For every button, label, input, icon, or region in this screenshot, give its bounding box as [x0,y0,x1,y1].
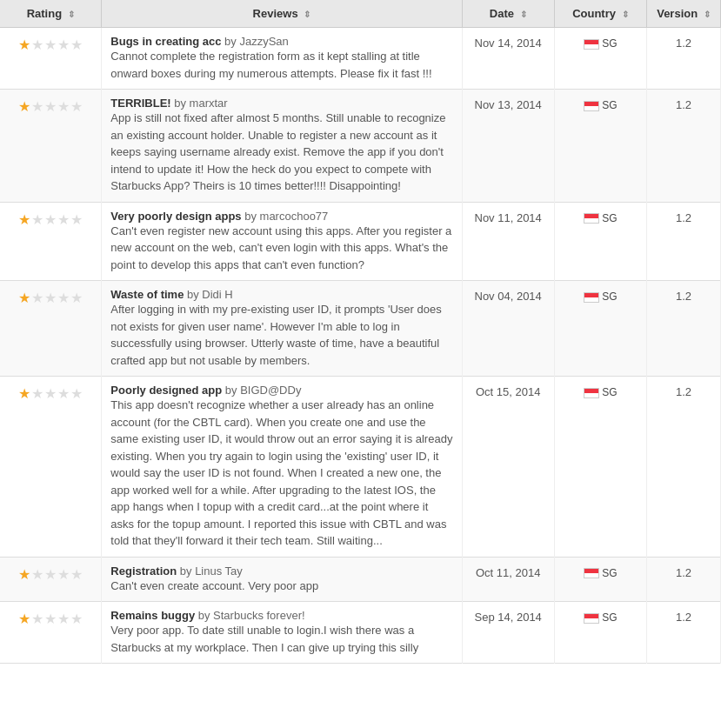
rating-cell: ★★★★★ [0,28,102,90]
flag-icon [584,613,599,624]
country-label: SG [602,37,617,50]
review-author: by BIGD@DDy [225,384,302,397]
review-body: After logging in with my pre-existing us… [110,301,452,369]
version-cell: 1.2 [646,602,720,664]
star-empty: ★ [31,290,43,306]
star-empty: ★ [31,37,43,53]
flag-icon [584,388,599,398]
date-cell: Oct 15, 2014 [462,377,554,558]
rating-cell: ★★★★★ [0,557,102,602]
rating-cell: ★★★★★ [0,602,102,664]
review-title: Remains buggy by Starbucks forever! [110,609,304,622]
table-row: ★★★★★ TERRIBLE! by marxtarApp is still n… [0,90,721,203]
version-cell: 1.2 [646,377,720,558]
version-cell: 1.2 [646,90,720,203]
reviews-column-header[interactable]: Reviews ⇕ [102,0,462,28]
review-title: Waste of time by Didi H [110,288,232,301]
star-empty: ★ [57,98,70,115]
star-empty: ★ [70,611,83,627]
review-author: by JazzySan [224,35,289,48]
flag-icon [584,213,599,224]
table-row: ★★★★★ Bugs in creating acc by JazzySanCa… [0,28,721,90]
review-author: by Starbucks forever! [198,609,305,622]
rating-sort-icon: ⇕ [68,10,75,19]
rating-cell: ★★★★★ [0,281,102,377]
reviews-cell: Bugs in creating acc by JazzySanCannot c… [102,28,462,90]
date-cell: Nov 11, 2014 [462,202,554,281]
date-cell: Oct 11, 2014 [462,557,554,602]
review-title: TERRIBLE! by marxtar [110,97,227,110]
review-body: Cannot complete the registration form as… [110,48,452,82]
review-author: by Linus Tay [180,564,243,578]
country-column-header[interactable]: Country ⇕ [554,0,646,28]
table-row: ★★★★★ Waste of time by Didi HAfter loggi… [0,281,721,377]
star-empty: ★ [31,566,43,583]
country-sort-icon: ⇕ [622,10,629,19]
version-cell: 1.2 [646,281,720,377]
country-cell: SG [554,28,646,90]
star-empty: ★ [57,37,70,53]
review-body: This app doesn't recognize whether a use… [110,397,452,550]
country-label: SG [602,212,617,224]
rating-column-header[interactable]: Rating ⇕ [0,0,102,28]
date-column-header[interactable]: Date ⇕ [462,0,554,28]
star-empty: ★ [31,611,43,627]
table-row: ★★★★★ Remains buggy by Starbucks forever… [0,602,721,664]
reviews-cell: Very poorly design apps by marcochoo77Ca… [102,202,462,281]
star-empty: ★ [57,211,70,228]
table-row: ★★★★★ Poorly designed app by BIGD@DDyThi… [0,377,721,558]
star-empty: ★ [31,211,43,228]
version-sort-icon: ⇕ [704,10,711,19]
review-author: by Didi H [187,288,233,301]
star-filled: ★ [18,37,30,53]
star-empty: ★ [70,566,83,583]
version-cell: 1.2 [646,28,720,90]
date-cell: Nov 13, 2014 [462,90,554,203]
rating-cell: ★★★★★ [0,90,102,203]
star-filled: ★ [18,98,30,115]
reviews-sort-icon: ⇕ [304,10,310,19]
star-filled: ★ [18,611,30,627]
country-label: SG [602,386,617,398]
star-empty: ★ [44,290,57,306]
star-empty: ★ [70,290,83,306]
review-body: Can't even register new account using th… [110,223,452,274]
review-author: by marxtar [174,97,227,110]
rating-cell: ★★★★★ [0,202,102,281]
country-label: SG [602,567,617,579]
table-row: ★★★★★ Very poorly design apps by marcoch… [0,202,721,281]
star-empty: ★ [44,611,57,627]
version-column-header[interactable]: Version ⇕ [646,0,720,28]
country-cell: SG [554,377,646,558]
country-label: SG [602,611,617,624]
star-empty: ★ [70,98,83,115]
review-title: Bugs in creating acc by JazzySan [110,35,288,48]
star-empty: ★ [44,211,57,228]
star-empty: ★ [31,98,43,115]
country-cell: SG [554,202,646,281]
country-cell: SG [554,557,646,602]
country-label: SG [602,99,617,111]
star-filled: ★ [18,290,30,306]
star-empty: ★ [44,37,57,53]
star-filled: ★ [18,566,30,583]
country-label: SG [602,291,617,303]
star-filled: ★ [18,211,30,228]
version-cell: 1.2 [646,557,720,602]
reviews-cell: Remains buggy by Starbucks forever!Very … [102,602,462,664]
date-cell: Nov 04, 2014 [462,281,554,377]
star-filled: ★ [18,385,30,402]
country-cell: SG [554,281,646,377]
reviews-cell: TERRIBLE! by marxtarApp is still not fix… [102,90,462,203]
review-body: App is still not fixed after almost 5 mo… [110,110,452,195]
star-empty: ★ [57,385,70,402]
flag-icon [584,101,599,111]
review-body: Very poor app. To date still unable to l… [110,622,452,656]
date-cell: Sep 14, 2014 [462,602,554,664]
reviews-cell: Registration by Linus TayCan't even crea… [102,557,462,602]
review-title: Poorly designed app by BIGD@DDy [110,384,301,397]
review-title: Registration by Linus Tay [110,564,243,578]
star-empty: ★ [44,98,57,115]
star-empty: ★ [57,611,70,627]
review-author: by marcochoo77 [244,210,328,223]
